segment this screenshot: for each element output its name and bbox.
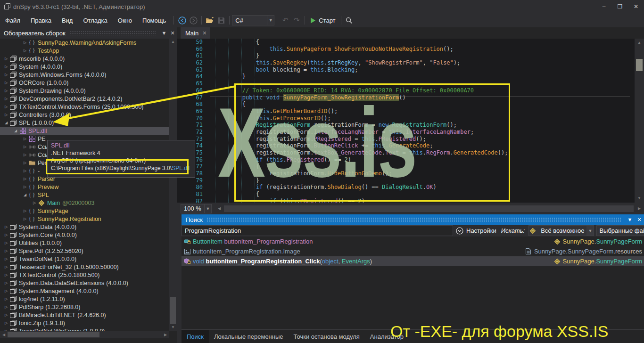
tree-item-sunnypage-warningandaskingforms[interactable]: ▷{ }SunnyPage.WarningAndAskingForms [0,39,169,47]
settings-label[interactable]: Настройки [466,227,496,234]
expand-icon[interactable]: ▷ [3,233,9,237]
chevron-down-icon[interactable]: ▼ [204,204,211,213]
menu-файл[interactable]: Файл [0,15,25,26]
expand-icon[interactable]: ▷ [3,289,9,293]
expand-icon[interactable]: ▷ [3,249,9,253]
tree-item-pdfsharp[interactable]: ▷PdfSharp(1.32.2608.0) [0,303,169,311]
tree-item-system[interactable]: ▷System(4.0.0.0) [0,63,169,71]
tree-item-ocrcore[interactable]: ▷OCRCore(1.0.0.0) [0,79,169,87]
expand-icon[interactable]: ▷ [22,209,28,213]
tree-item-system-management[interactable]: ▷System.Management(4.0.0.0) [0,287,169,295]
expand-icon[interactable]: ▷ [22,49,28,53]
search-result-row[interactable]: void buttonItem_ProgramRegistration_Clic… [182,256,644,266]
tree-item-system-data[interactable]: ▷System.Data(4.0.0.0) [0,223,169,231]
tree-item-spire-pdf[interactable]: ▷Spire.Pdf(3.2.52.56020) [0,247,169,255]
assembly-explorer-header[interactable]: Обозреватель сборок ▼ ✕ [0,27,177,39]
tree-item-mscorlib[interactable]: ▷mscorlib(4.0.0.0) [0,55,169,63]
restore-button[interactable]: ❐ [612,0,628,13]
menu-правка[interactable]: Правка [25,15,57,26]
tree-item-txtextcontrol-windows-forms[interactable]: ▷TXTextControl.Windows.Forms(25.0.1000.5… [0,103,169,111]
expand-icon[interactable]: ▷ [3,65,9,69]
expand-icon[interactable]: ▷ [22,177,28,181]
collapse-icon[interactable]: ◢ [12,129,19,133]
editor-horizontal-scrollbar[interactable]: ◀ ▶ [215,205,643,212]
tab-main[interactable]: Main ✕ [181,27,210,39]
expand-icon[interactable]: ▷ [22,217,28,221]
search-icon[interactable] [344,15,355,25]
scroll-down-icon[interactable]: ▼ [635,195,644,202]
expand-icon[interactable]: ▷ [3,297,9,301]
expand-icon[interactable]: ▷ [3,113,9,117]
menu-помощь[interactable]: Помощь [137,15,171,26]
search-scope-dropdown[interactable]: Всё возможное ▼ [528,225,594,236]
tree-item-controllers[interactable]: ▷Controllers(3.0.0.0) [0,111,169,119]
open-file-icon[interactable] [204,15,215,25]
scrollbar-thumb[interactable] [8,332,99,337]
bottom-tab-анализатор[interactable]: Анализатор [365,330,409,343]
search-files-dropdown[interactable]: Выбранные файлы ▼ [596,225,644,236]
tree-item-spl-dll[interactable]: ◢SPL.dll [0,127,169,135]
expand-icon[interactable]: ▷ [3,313,9,317]
menu-окно[interactable]: Окно [113,15,137,26]
chevron-down-icon[interactable]: ▼ [586,226,594,236]
zoom-level-combo[interactable]: 100 % ▼ [181,204,212,213]
expand-icon[interactable]: ▷ [31,201,38,205]
menu-отладка[interactable]: Отладка [78,15,112,26]
tree-item-sunnypage[interactable]: ▷{ }SunnyPage [0,207,169,215]
expand-icon[interactable]: ▷ [3,241,9,245]
redo-icon[interactable]: ↷ [291,15,302,25]
scroll-left-icon[interactable]: ◀ [0,333,8,337]
tree-item-system-data-datasetextensions[interactable]: ▷System.Data.DataSetExtensions(4.0.0.0) [0,279,169,287]
expand-icon[interactable]: ▷ [22,145,28,149]
navigate-back-icon[interactable] [176,15,188,25]
expand-icon[interactable]: ▷ [3,57,9,61]
tree-item-main[interactable]: ▷Main@02000003 [0,199,169,207]
collapse-icon[interactable]: ◢ [3,121,9,125]
minimize-button[interactable]: – [596,0,612,13]
tree-item-utilities[interactable]: ▷Utilities(1.0.0.0) [0,239,169,247]
search-result-row[interactable]: buttonItem_ProgramRegistration.ImageSunn… [182,246,644,256]
bottom-tab-точки-останова-модуля[interactable]: Точки останова модуля [289,330,365,343]
expand-icon[interactable]: ▷ [3,273,9,277]
tree-item-txtextcontrol[interactable]: ▷TXTextControl(25.0.1800.500) [0,271,169,279]
expand-icon[interactable]: ▷ [3,265,9,269]
expand-icon[interactable]: ▷ [22,169,28,173]
search-panel-header[interactable]: Поиск ▼ ✕ [182,214,644,225]
tree-item-system-drawing[interactable]: ▷System.Drawing(4.0.0.0) [0,87,169,95]
tree-item-preview[interactable]: ▷{ }Preview [0,183,169,191]
tree-item-tesseractfornet-32[interactable]: ▷TesseractForNet_32(1.0.5000.50000) [0,263,169,271]
expand-icon[interactable]: ▷ [3,281,9,285]
expand-icon[interactable]: ▷ [3,257,9,261]
language-combo[interactable]: C# ▼ [232,15,274,25]
tree-vertical-scrollbar[interactable]: ▲ ▼ [169,39,177,331]
expand-icon[interactable]: ▷ [3,97,9,101]
search-input[interactable] [182,225,453,236]
panel-close-icon[interactable]: ✕ [168,30,177,36]
editor-vertical-scrollbar[interactable]: ▲ ▼ [635,39,644,203]
tree-horizontal-scrollbar[interactable]: ◀ ▶ [0,331,169,338]
bottom-tab-поиск[interactable]: Поиск [182,330,209,343]
undo-icon[interactable]: ↶ [280,15,291,25]
tree-item-twaindotnet-winfroms[interactable]: ▷TwainDotNet.WinFroms(1.0.0.0) [0,327,169,331]
expand-icon[interactable]: ▷ [22,161,28,165]
scrollbar-thumb[interactable] [170,297,176,324]
tree-item-spl[interactable]: ◢SPL(1.0.0.0) [0,119,169,127]
menu-вид[interactable]: Вид [57,15,78,26]
scrollbar-thumb[interactable] [224,205,634,212]
collapse-icon[interactable]: ◢ [22,193,28,197]
bottom-tab-локальные-переменные[interactable]: Локальные переменные [209,330,289,343]
expand-icon[interactable]: ▷ [22,153,28,157]
scroll-down-icon[interactable]: ▼ [169,324,177,331]
tree-item-sunnypage-registration[interactable]: ▷{ }SunnyPage.Registration [0,215,169,223]
close-button[interactable]: ✕ [628,0,644,13]
settings-chevron-icon[interactable] [456,226,463,236]
tree-item-log4net[interactable]: ▷log4net(1.2.11.0) [0,295,169,303]
scroll-up-icon[interactable]: ▲ [635,40,644,46]
scrollbar-thumb[interactable] [636,59,643,71]
scroll-left-icon[interactable]: ◀ [215,206,223,211]
chevron-down-icon[interactable]: ▼ [267,16,274,25]
navigate-forward-icon[interactable] [188,15,199,25]
tab-close-icon[interactable]: ✕ [202,30,206,36]
search-result-row[interactable]: ButtonItem buttonItem_ProgramRegistratio… [182,237,644,246]
tree-item-testapp[interactable]: ▷{ }TestApp [0,47,169,55]
